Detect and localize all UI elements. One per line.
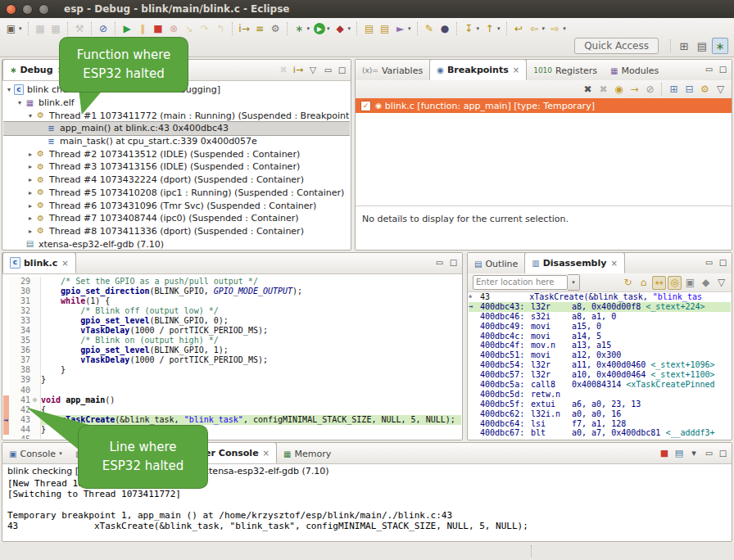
open-perspective-icon[interactable]: ⊞	[676, 38, 692, 54]
back-icon[interactable]: ⇦	[528, 22, 541, 36]
right-tab-variables[interactable]: (x)=Variables	[356, 61, 429, 80]
editor-tab-blink-c[interactable]: cblink.c×	[2, 252, 76, 273]
debug-tree[interactable]: ▾cblink checking [GDB Hardware Debugging…	[3, 81, 350, 249]
disconnect-icon[interactable]: ⊗	[167, 22, 181, 36]
maximize-icon[interactable]: □	[336, 64, 348, 76]
code-line[interactable]: 36 gpio_set_level(BLINK_GPIO, 1);	[3, 345, 461, 355]
tree-expander-icon[interactable]: ▾	[5, 86, 13, 93]
tree-expander-icon[interactable]: ▸	[26, 163, 34, 170]
remove-all-breakpoints-icon[interactable]: ✖	[596, 83, 610, 97]
tree-expander-icon[interactable]: ▸	[26, 189, 34, 196]
minimize-icon[interactable]: ▭	[703, 63, 715, 75]
window-maximize-button[interactable]	[39, 4, 49, 15]
disassembly-listing[interactable]: ◆43 xTaskCreate(&blink_task, "blink_tas→…	[469, 292, 731, 439]
external-tools-icon-dropdown[interactable]: ▾	[348, 25, 351, 32]
forward-icon[interactable]: ⇨	[548, 22, 562, 36]
disassembly-row[interactable]: 400dbc62:l32i.na0, a0, 16	[469, 409, 731, 419]
run-icon[interactable]: ▶	[314, 23, 325, 34]
terminate-console-icon[interactable]: ■	[658, 446, 671, 459]
suspend-icon[interactable]: ∥	[136, 22, 150, 36]
debug-icon-dropdown[interactable]: ▾	[307, 25, 310, 32]
resume-icon[interactable]: ▶	[120, 22, 134, 36]
location-input[interactable]: Enter location here	[473, 275, 568, 290]
tree-expander-icon[interactable]: ▸	[26, 151, 34, 158]
disassembly-row[interactable]: 400dbc49:movia15, 0	[469, 322, 731, 332]
disassembly-source-row[interactable]: ◆43 xTaskCreate(&blink_task, "blink_tas	[469, 292, 731, 302]
sync-with-stack-frame-icon[interactable]: ↔	[652, 276, 666, 290]
tree-expander-icon[interactable]: ▸	[26, 176, 34, 183]
minimize-icon[interactable]: ▭	[322, 64, 334, 76]
code-line[interactable]: 40	[3, 386, 461, 395]
tree-expander-icon[interactable]: ▾	[16, 99, 24, 106]
console-list-dropdown-icon[interactable]: ▾	[687, 446, 700, 459]
previous-annotation-icon-dropdown[interactable]: ▾	[497, 25, 501, 32]
code-line[interactable]: 37 vTaskDelay(1000 / portTICK_PERIOD_MS)…	[3, 355, 461, 365]
window-minimize-button[interactable]	[22, 4, 33, 15]
quick-access-button[interactable]: Quick Access	[574, 38, 659, 54]
code-line[interactable]: 39}	[3, 375, 461, 385]
disassembly-row[interactable]: 400dbc51:movia12, 0x300	[469, 350, 731, 360]
run-icon-dropdown[interactable]: ▾	[327, 25, 330, 32]
code-line[interactable]: 38 }	[3, 365, 461, 375]
code-line[interactable]: 29 /* Set the GPIO as a push/pull output…	[3, 277, 461, 287]
format-icon[interactable]: ✎	[423, 22, 437, 36]
forward-icon-dropdown[interactable]: ▾	[563, 25, 566, 32]
debug-tree-item[interactable]: ▸⚙Thread #8 1073411336 (dport) (Suspende…	[3, 225, 350, 238]
new-view-icon[interactable]: ▣	[683, 276, 697, 290]
use-step-filters-icon[interactable]: ≡	[253, 22, 267, 36]
tree-expander-icon[interactable]: ▸	[26, 202, 34, 210]
debug-tree-item[interactable]: ▸⚙Thread #5 1073410208 (ipc1 : Running) …	[3, 187, 350, 200]
disassembly-row[interactable]: 400dbc57:l32ra10, 0x400d0464 <_stext+110…	[469, 370, 731, 380]
view-menu-icon[interactable]: ▽	[714, 276, 728, 290]
display-selected-console-icon[interactable]: ▤	[673, 446, 686, 459]
flash-target-icon-dropdown[interactable]: ▾	[408, 25, 411, 32]
show-breakpoints-supported-icon[interactable]: ◉	[612, 83, 626, 97]
disassembly-row[interactable]: 400dbc46:s32ia8, a1, 0	[469, 312, 731, 322]
skip-breakpoints-icon[interactable]: ⊘	[97, 22, 111, 36]
console-tab-console[interactable]: ▣Console▾	[2, 444, 69, 463]
back-icon-dropdown[interactable]: ▾	[542, 25, 546, 32]
disassembly-row[interactable]: →400dbc43:l32ra8, 0x400d00f8 <_stext+224…	[469, 302, 731, 312]
save-all-icon[interactable]: ▦	[49, 22, 63, 36]
maximize-icon[interactable]: □	[717, 256, 729, 269]
refresh-view-icon[interactable]: ↻	[621, 276, 635, 290]
disassembly-row[interactable]: 400dbc5d:retw.n	[469, 390, 731, 400]
code-line[interactable]: 30 gpio_set_direction(BLINK_GPIO, GPIO_M…	[3, 287, 461, 296]
remove-all-terminated-icon[interactable]: ✖	[277, 63, 290, 76]
right-tab-registers[interactable]: 1010Registers	[527, 61, 604, 80]
next-annotation-icon-dropdown[interactable]: ▾	[477, 25, 480, 32]
step-into-icon[interactable]: ↘	[183, 22, 197, 36]
debug-tree-item[interactable]: ▾▦blink.elf	[3, 97, 350, 110]
debug-tree-item[interactable]: ≡main_task() at cpu_start.c:339 0x400d05…	[3, 135, 350, 148]
minimize-icon[interactable]: ▭	[433, 256, 446, 269]
save-icon[interactable]: ▦	[34, 22, 48, 36]
breakpoint-checkbox[interactable]: ✓	[360, 101, 371, 111]
disassembly-row[interactable]: 400dbc64:lsif7, a1, 128	[469, 419, 731, 429]
maximize-icon[interactable]: □	[447, 256, 460, 269]
terminal-icon[interactable]: ●	[438, 22, 452, 36]
next-annotation-icon[interactable]: ↧	[462, 22, 476, 36]
breakpoint-row[interactable]: ✓ ◉ blink.c [function: app_main] [type: …	[356, 98, 732, 113]
build-icon[interactable]: ⚒	[73, 22, 87, 36]
cpp-perspective-icon[interactable]: ▤	[694, 38, 710, 54]
debug-tree-item[interactable]: ▤xtensa-esp32-elf-gdb (7.10)	[3, 237, 350, 249]
code-line[interactable]: 35 /* Blink on (output high) */	[3, 336, 461, 345]
group-by-icon[interactable]: ⚙	[698, 83, 712, 97]
step-over-icon[interactable]: ↷	[198, 22, 212, 36]
console-tab-memory[interactable]: ▦Memory	[277, 444, 338, 463]
view-menu-icon[interactable]: ▽	[306, 63, 319, 76]
instruction-stepping-icon[interactable]: i→	[238, 22, 251, 36]
code-line[interactable]: 34 vTaskDelay(1000 / portTICK_PERIOD_MS)…	[3, 326, 461, 336]
right-tab-modules[interactable]: ▦Modules	[604, 61, 665, 80]
fold-marker-icon[interactable]: ⊖	[33, 395, 41, 405]
flash-target-icon[interactable]: ►	[393, 22, 407, 36]
go-to-file-for-breakpoint-icon[interactable]: →	[628, 83, 641, 97]
terminate-icon[interactable]: ■	[152, 22, 165, 36]
import-project-icon[interactable]: ▤	[362, 22, 376, 36]
minimize-icon[interactable]: ▭	[703, 447, 715, 459]
code-line[interactable]: 41⊖void app_main()	[3, 395, 461, 405]
remove-breakpoint-icon[interactable]: ✖	[581, 83, 595, 97]
debug-tree-item[interactable]: ▾⚙Thread #1 1073411772 (main : Running) …	[3, 109, 350, 122]
disassembly-row[interactable]: 400dbc67:blta0, a7, 0x400dbc81 <__adddf3…	[469, 428, 731, 438]
new-wizard-icon-dropdown[interactable]: ▾	[19, 25, 22, 32]
